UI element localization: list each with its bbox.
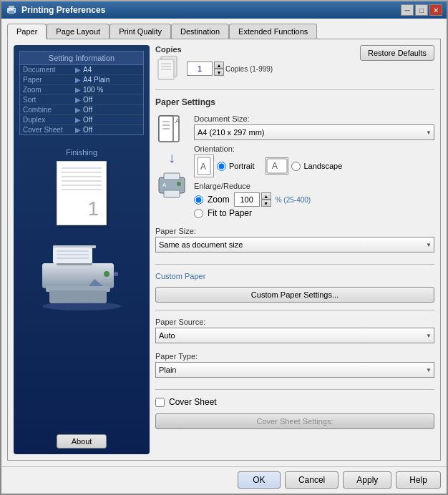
portrait-icon: A	[194, 155, 214, 177]
cover-sheet-row: Cover Sheet	[155, 397, 434, 407]
svg-rect-7	[42, 263, 114, 288]
svg-point-32	[177, 182, 181, 186]
printer-title-icon	[6, 4, 17, 16]
portrait-radio[interactable]	[217, 162, 226, 171]
copies-decrement-button[interactable]: ▼	[214, 69, 224, 76]
window: Printing Preferences ─ □ ✕ Paper Page La…	[0, 0, 448, 495]
document-size-group: Document Size: A4 (210 x 297 mm)	[194, 114, 434, 140]
copies-label: Copies	[155, 45, 273, 54]
copies-icon	[155, 55, 182, 82]
svg-rect-30	[164, 173, 180, 180]
setting-row-paper: Paper ▶ A4 Plain	[20, 75, 143, 85]
svg-point-17	[42, 302, 121, 310]
document-size-select[interactable]: A4 (210 x 297 mm)	[194, 124, 434, 140]
copies-section: Copies	[155, 45, 273, 82]
document-icon: A	[155, 114, 188, 147]
orientation-row: A Portrait	[194, 155, 434, 177]
tab-paper[interactable]: Paper	[7, 24, 47, 39]
minimize-button[interactable]: ─	[401, 4, 414, 16]
orientation-group: Orientation: A	[194, 144, 434, 177]
restore-defaults-button[interactable]: Restore Defaults	[360, 45, 434, 61]
custom-paper-settings-button[interactable]: Custom Paper Settings...	[155, 287, 434, 303]
finishing-label: Finishing	[66, 148, 97, 157]
cover-sheet-checkbox[interactable]	[155, 398, 165, 407]
right-panel: Copies	[155, 45, 434, 454]
landscape-icon: A	[266, 157, 288, 175]
title-bar: Printing Preferences ─ □ ✕	[1, 1, 447, 19]
copies-spin-group: ▲ ▼ Copies (1-999)	[187, 62, 273, 76]
paper-type-select[interactable]: Plain	[155, 362, 434, 378]
about-button[interactable]: About	[57, 434, 107, 449]
copies-spin-buttons: ▲ ▼	[214, 62, 224, 76]
svg-rect-31	[164, 190, 180, 197]
svg-text:A: A	[175, 117, 180, 124]
svg-rect-14	[49, 290, 107, 303]
paper-type-label: Paper Type:	[155, 352, 434, 361]
tab-destination[interactable]: Destination	[171, 24, 229, 39]
paper-size-label: Paper Size:	[155, 227, 434, 235]
landscape-option: A Landscape	[266, 157, 342, 175]
fit-to-paper-row: Fit to Paper	[194, 208, 434, 218]
fit-to-paper-radio[interactable]	[194, 209, 203, 218]
paper-lines	[62, 167, 102, 193]
paper-settings-label: Paper Settings	[155, 97, 434, 107]
svg-point-4	[14, 9, 15, 11]
setting-info-title: Setting Information	[20, 52, 143, 65]
cover-sheet-label: Cover Sheet	[169, 397, 217, 407]
zoom-radio[interactable]	[194, 195, 203, 205]
zoom-decrement-button[interactable]: ▼	[261, 200, 271, 207]
zoom-input-group: ▲ ▼	[234, 192, 271, 207]
copies-input[interactable]	[187, 62, 213, 76]
paper-source-label: Paper Source:	[155, 318, 434, 326]
copies-increment-button[interactable]: ▲	[214, 62, 224, 69]
paper-type-group: Paper Type: Plain	[155, 352, 434, 378]
title-controls: ─ □ ✕	[401, 4, 442, 16]
zoom-spin-buttons: ▲ ▼	[261, 192, 271, 207]
zoom-row: Zoom ▲ ▼ % (25-400)	[194, 192, 434, 207]
paper-flow: A ↓ A	[155, 114, 188, 222]
paper-size-select[interactable]: Same as document size	[155, 237, 434, 253]
svg-point-15	[104, 271, 109, 277]
svg-rect-1	[9, 6, 14, 9]
svg-point-16	[114, 272, 118, 276]
svg-rect-12	[57, 258, 89, 259]
close-button[interactable]: ✕	[429, 4, 442, 16]
divider-4	[155, 389, 434, 390]
portrait-option: A Portrait	[194, 155, 254, 177]
printer-small-icon: A	[155, 167, 188, 200]
svg-rect-3	[9, 11, 14, 14]
landscape-radio[interactable]	[291, 162, 301, 171]
help-button[interactable]: Help	[396, 471, 441, 489]
arrow-down-icon: ↓	[168, 150, 175, 165]
fit-to-paper-label: Fit to Paper	[208, 208, 252, 218]
tab-bar: Paper Page Layout Print Quality Destinat…	[7, 23, 441, 39]
portrait-label: Portrait	[229, 162, 254, 170]
tab-extended-functions[interactable]: Extended Functions	[229, 24, 317, 39]
paper-options: Document Size: A4 (210 x 297 mm) Orienta…	[194, 114, 434, 222]
tab-page-layout[interactable]: Page Layout	[47, 24, 109, 39]
custom-paper-label: Custom Paper	[155, 272, 434, 280]
svg-rect-11	[57, 254, 89, 255]
orientation-label: Orientation:	[194, 144, 434, 153]
cancel-button[interactable]: Cancel	[285, 471, 339, 489]
svg-text:A: A	[200, 162, 206, 172]
cover-sheet-settings-button[interactable]: Cover Sheet Settings:	[155, 413, 434, 429]
tab-print-quality[interactable]: Print Quality	[109, 24, 171, 39]
divider-2	[155, 264, 434, 265]
zoom-input[interactable]	[234, 192, 260, 207]
maximize-button[interactable]: □	[415, 4, 428, 16]
apply-button[interactable]: Apply	[343, 471, 391, 489]
zoom-increment-button[interactable]: ▲	[261, 192, 271, 200]
document-size-select-wrapper: A4 (210 x 297 mm)	[194, 124, 434, 140]
paper-layout: A ↓ A	[155, 114, 434, 222]
paper-source-select-wrapper: Auto	[155, 328, 434, 343]
paper-type-select-wrapper: Plain	[155, 362, 434, 378]
paper-size-group: Paper Size: Same as document size	[155, 227, 434, 253]
bottom-bar: OK Cancel Apply Help	[1, 466, 447, 493]
ok-button[interactable]: OK	[238, 471, 281, 489]
left-panel: Setting Information Document ▶ A4 Paper …	[14, 45, 150, 454]
zoom-label: Zoom	[208, 195, 230, 205]
setting-row-sort: Sort ▶ Off	[20, 95, 143, 105]
divider-1	[155, 89, 434, 90]
paper-source-select[interactable]: Auto	[155, 328, 434, 343]
